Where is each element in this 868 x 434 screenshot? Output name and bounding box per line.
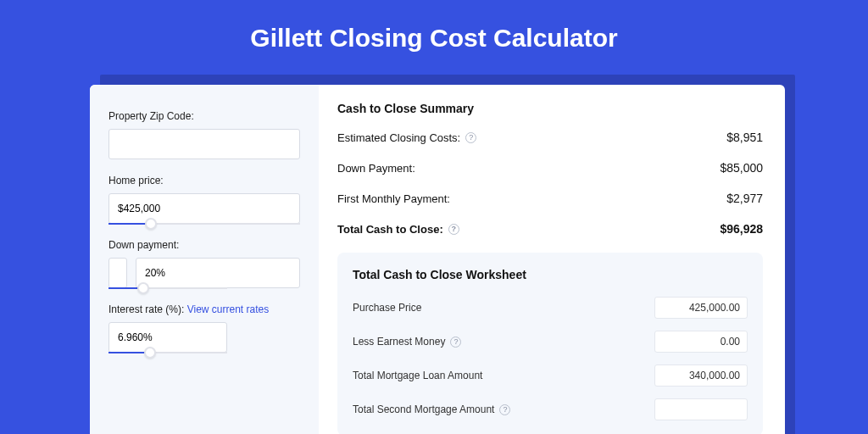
interest-label-text: Interest rate (%): bbox=[108, 303, 187, 315]
summary-total-row: Total Cash to Close: ? $96,928 bbox=[337, 222, 763, 236]
down-payment-slider[interactable] bbox=[108, 258, 300, 288]
slider-thumb[interactable] bbox=[145, 218, 157, 230]
zip-input[interactable] bbox=[108, 129, 300, 159]
input-panel: Property Zip Code: Home price: Down paym… bbox=[90, 85, 319, 434]
results-panel: Cash to Close Summary Estimated Closing … bbox=[319, 85, 785, 434]
down-payment-pct-input[interactable] bbox=[136, 258, 300, 288]
down-payment-label: Down payment: bbox=[108, 239, 300, 251]
home-price-slider[interactable] bbox=[108, 193, 300, 224]
worksheet-input[interactable] bbox=[654, 364, 748, 387]
summary-value: $85,000 bbox=[720, 161, 763, 175]
summary-total-label: Total Cash to Close: bbox=[337, 223, 443, 236]
worksheet-label: Total Second Mortgage Amount bbox=[353, 403, 494, 415]
slider-thumb[interactable] bbox=[144, 347, 156, 359]
zip-field-group: Property Zip Code: bbox=[108, 110, 300, 159]
summary-title: Cash to Close Summary bbox=[337, 102, 763, 115]
interest-rate-input[interactable] bbox=[108, 322, 227, 353]
interest-rate-group: Interest rate (%): View current rates bbox=[108, 303, 300, 353]
worksheet-row: Total Mortgage Loan Amount bbox=[353, 364, 748, 387]
worksheet-input[interactable] bbox=[654, 297, 748, 319]
home-price-input[interactable] bbox=[108, 193, 300, 224]
worksheet-input[interactable] bbox=[654, 398, 748, 420]
interest-rate-label: Interest rate (%): View current rates bbox=[108, 303, 300, 315]
worksheet-label: Purchase Price bbox=[353, 302, 421, 314]
down-payment-amount-input[interactable] bbox=[108, 258, 127, 288]
help-icon[interactable]: ? bbox=[499, 404, 510, 415]
summary-label: Estimated Closing Costs: bbox=[337, 131, 460, 144]
summary-row: Down Payment: $85,000 bbox=[337, 161, 763, 175]
calculator-card: Property Zip Code: Home price: Down paym… bbox=[90, 85, 785, 434]
worksheet-row: Less Earnest Money ? bbox=[353, 331, 748, 353]
worksheet-label: Less Earnest Money bbox=[353, 336, 445, 348]
interest-rate-slider[interactable] bbox=[108, 322, 227, 353]
page-title: Gillett Closing Cost Calculator bbox=[0, 0, 868, 73]
worksheet-label: Total Mortgage Loan Amount bbox=[353, 370, 482, 381]
worksheet-title: Total Cash to Close Worksheet bbox=[353, 268, 748, 281]
down-payment-group: Down payment: bbox=[108, 239, 300, 288]
summary-label: First Monthly Payment: bbox=[337, 192, 450, 205]
view-rates-link[interactable]: View current rates bbox=[187, 303, 270, 315]
home-price-label: Home price: bbox=[108, 175, 300, 186]
summary-label: Down Payment: bbox=[337, 162, 415, 175]
summary-row: First Monthly Payment: $2,977 bbox=[337, 192, 763, 205]
help-icon[interactable]: ? bbox=[465, 132, 476, 143]
summary-row: Estimated Closing Costs: ? $8,951 bbox=[337, 131, 763, 144]
worksheet-row: Total Second Mortgage Amount ? bbox=[353, 398, 748, 420]
help-icon[interactable]: ? bbox=[448, 224, 459, 235]
worksheet-input[interactable] bbox=[654, 331, 748, 353]
worksheet-panel: Total Cash to Close Worksheet Purchase P… bbox=[337, 253, 763, 434]
help-icon[interactable]: ? bbox=[450, 337, 461, 348]
zip-label: Property Zip Code: bbox=[108, 110, 300, 122]
home-price-group: Home price: bbox=[108, 175, 300, 224]
worksheet-row: Purchase Price bbox=[353, 297, 748, 319]
slider-thumb[interactable] bbox=[137, 282, 149, 294]
summary-total-value: $96,928 bbox=[720, 222, 763, 236]
summary-value: $2,977 bbox=[726, 192, 763, 205]
summary-value: $8,951 bbox=[726, 131, 763, 144]
